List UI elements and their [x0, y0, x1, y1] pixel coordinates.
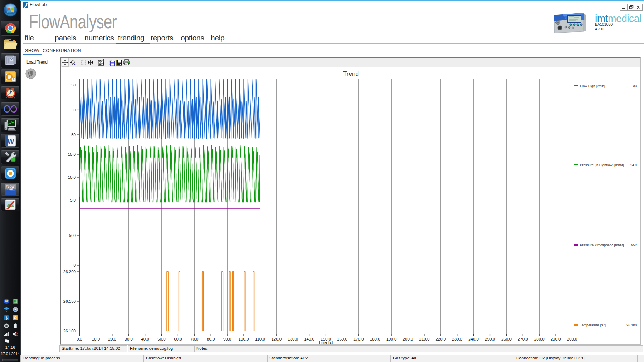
svg-text:270.0: 270.0: [518, 337, 528, 341]
svg-text:110.0: 110.0: [255, 337, 265, 341]
svg-text:200.0: 200.0: [403, 337, 413, 341]
svg-text:140.0: 140.0: [304, 337, 314, 341]
svg-text:100.0: 100.0: [239, 337, 249, 341]
svg-text:30.0: 30.0: [125, 337, 133, 341]
svg-text:190.0: 190.0: [386, 337, 397, 341]
svg-text:170.0: 170.0: [353, 337, 364, 341]
svg-text:230.0: 230.0: [452, 337, 462, 341]
svg-text:-50: -50: [70, 133, 76, 137]
svg-text:0: 0: [74, 263, 76, 267]
svg-text:15.0: 15.0: [68, 152, 76, 157]
svg-text:90.0: 90.0: [223, 337, 231, 341]
svg-text:260.0: 260.0: [501, 337, 512, 341]
svg-text:50: 50: [71, 83, 76, 87]
svg-text:26.100: 26.100: [63, 329, 76, 333]
svg-text:10.0: 10.0: [92, 337, 100, 341]
svg-text:80.0: 80.0: [207, 337, 215, 341]
svg-text:40.0: 40.0: [141, 337, 149, 341]
svg-text:26.200: 26.200: [63, 269, 76, 274]
svg-text:300.0: 300.0: [567, 337, 577, 341]
svg-text:0.0: 0.0: [77, 337, 82, 341]
svg-text:130.0: 130.0: [288, 337, 298, 341]
svg-text:500: 500: [69, 233, 76, 238]
svg-text:26.150: 26.150: [63, 299, 76, 303]
svg-text:Time [s]: Time [s]: [318, 340, 333, 344]
svg-text:70.0: 70.0: [190, 337, 198, 341]
svg-text:180.0: 180.0: [370, 337, 380, 341]
svg-text:60.0: 60.0: [174, 337, 182, 341]
svg-text:240.0: 240.0: [468, 337, 479, 341]
svg-text:20.0: 20.0: [108, 337, 116, 341]
svg-text:290.0: 290.0: [551, 337, 561, 341]
svg-text:250.0: 250.0: [485, 337, 495, 341]
svg-text:LAB: LAB: [7, 188, 13, 191]
svg-text:280.0: 280.0: [534, 337, 545, 341]
svg-text:160.0: 160.0: [337, 337, 347, 341]
svg-text:210.0: 210.0: [419, 337, 430, 341]
svg-text:50.0: 50.0: [157, 337, 165, 341]
svg-text:0: 0: [74, 108, 76, 112]
svg-text:120.0: 120.0: [271, 337, 282, 341]
svg-text:10.0: 10.0: [68, 175, 76, 179]
svg-text:Trend: Trend: [343, 70, 359, 77]
svg-text:220.0: 220.0: [435, 337, 446, 341]
svg-text:O: O: [14, 316, 17, 320]
svg-text:5.0: 5.0: [70, 198, 76, 202]
svg-text:W: W: [7, 137, 14, 145]
